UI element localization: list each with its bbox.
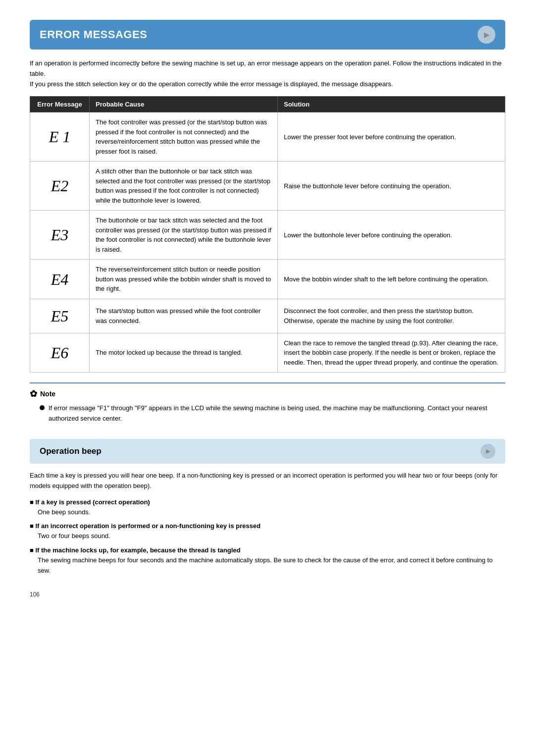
error-solution-5: Clean the race to remove the tangled thr… xyxy=(278,333,505,373)
table-row: E 1The foot controller was pressed (or t… xyxy=(30,112,505,162)
op-beep-items-list: If a key is pressed (correct operation)O… xyxy=(30,498,505,576)
error-solution-3: Move the bobbin winder shaft to the left… xyxy=(278,260,505,299)
op-beep-intro: Each time a key is pressed you will hear… xyxy=(30,471,505,491)
table-row: E6The motor locked up because the thread… xyxy=(30,333,505,373)
error-code-2: E3 xyxy=(30,211,90,260)
op-beep-item-desc-1: Two or four beeps sound. xyxy=(38,531,505,541)
error-cause-2: The buttonhole or bar tack stitch was se… xyxy=(90,211,278,260)
op-beep-item-title-1: If an incorrect operation is performed o… xyxy=(30,522,505,530)
note-icon: ✿ xyxy=(30,388,37,399)
table-header-row: Error Message Probable Cause Solution xyxy=(30,97,505,112)
note-text-0: If error message "F1" through "F9" appea… xyxy=(49,403,505,424)
intro-line-1: If an operation is performed incorrectly… xyxy=(30,58,505,79)
error-solution-1: Raise the buttonhole lever before contin… xyxy=(278,162,505,211)
table-row: E5The start/stop button was pressed whil… xyxy=(30,299,505,333)
error-code-0: E 1 xyxy=(30,112,90,162)
error-cause-0: The foot controller was pressed (or the … xyxy=(90,112,278,162)
op-beep-item-desc-2: The sewing machine beeps for four second… xyxy=(38,555,505,576)
note-box: ✿ Note If error message "F1" through "F9… xyxy=(30,382,505,424)
op-beep-item-desc-0: One beep sounds. xyxy=(38,507,505,518)
error-code-3: E4 xyxy=(30,260,90,299)
note-title: ✿ Note xyxy=(30,388,505,399)
op-beep-item-0: If a key is pressed (correct operation)O… xyxy=(30,498,505,518)
table-row: E2A stitch other than the buttonhole or … xyxy=(30,162,505,211)
error-solution-4: Disconnect the foot controller, and then… xyxy=(278,299,505,333)
col-header-probable-cause: Probable Cause xyxy=(90,97,278,112)
page-number: 106 xyxy=(30,591,505,598)
op-beep-item-2: If the machine locks up, for example, be… xyxy=(30,546,505,576)
col-header-solution: Solution xyxy=(278,97,505,112)
operation-beep-header: Operation beep ▸ xyxy=(30,439,505,464)
error-code-5: E6 xyxy=(30,333,90,373)
op-beep-item-title-0: If a key is pressed (correct operation) xyxy=(30,498,505,506)
error-code-4: E5 xyxy=(30,299,90,333)
error-cause-5: The motor locked up because the thread i… xyxy=(90,333,278,373)
error-cause-3: The reverse/reinforcement stitch button … xyxy=(90,260,278,299)
error-messages-table: Error Message Probable Cause Solution E … xyxy=(30,96,505,373)
op-beep-item-1: If an incorrect operation is performed o… xyxy=(30,522,505,541)
bullet-icon xyxy=(40,405,45,410)
error-messages-title: ERROR MESSAGES xyxy=(40,28,147,41)
error-solution-2: Lower the buttonhole lever before contin… xyxy=(278,211,505,260)
table-row: E3The buttonhole or bar tack stitch was … xyxy=(30,211,505,260)
error-cause-1: A stitch other than the buttonhole or ba… xyxy=(90,162,278,211)
intro-line-2: If you press the stitch selection key or… xyxy=(30,79,505,90)
error-code-1: E2 xyxy=(30,162,90,211)
error-solution-0: Lower the presser foot lever before cont… xyxy=(278,112,505,162)
table-row: E4The reverse/reinforcement stitch butto… xyxy=(30,260,505,299)
intro-text-block: If an operation is performed incorrectly… xyxy=(30,58,505,89)
header-arrow-icon: ▸ xyxy=(478,26,495,44)
col-header-error-message: Error Message xyxy=(30,97,90,112)
op-header-arrow-icon: ▸ xyxy=(481,444,495,459)
note-label: Note xyxy=(40,390,55,398)
operation-beep-title: Operation beep xyxy=(40,446,102,456)
op-beep-item-title-2: If the machine locks up, for example, be… xyxy=(30,546,505,554)
note-item-0: If error message "F1" through "F9" appea… xyxy=(40,403,505,424)
error-messages-header: ERROR MESSAGES ▸ xyxy=(30,20,505,50)
error-cause-4: The start/stop button was pressed while … xyxy=(90,299,278,333)
